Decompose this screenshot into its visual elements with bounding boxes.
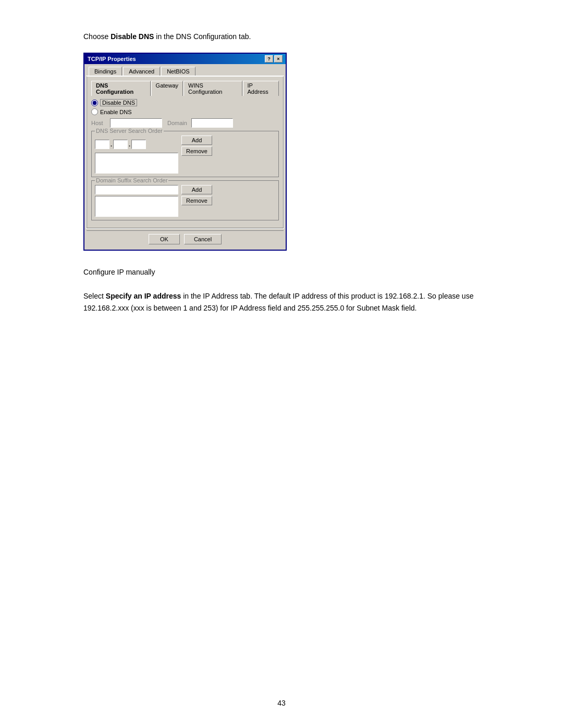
domain-suffix-buttons: Add Remove <box>181 185 212 205</box>
instruction-paragraph: Choose Disable DNS in the DNS Configurat… <box>83 31 480 42</box>
tab-netbios[interactable]: NetBIOS <box>161 67 195 76</box>
dns-remove-button[interactable]: Remove <box>181 146 212 156</box>
disable-dns-label: Disable DNS <box>100 99 137 106</box>
instruction-rest: in the DNS Configuration tab. <box>154 32 251 41</box>
specify-prefix: Select <box>83 292 106 300</box>
enable-dns-option: Enable DNS <box>91 108 279 115</box>
dns-server-buttons: Add Remove <box>181 135 212 156</box>
dialog-body: Bindings Advanced NetBIOS DNS Configurat… <box>84 64 286 250</box>
cancel-button[interactable]: Cancel <box>184 234 222 244</box>
ip-seg3[interactable] <box>131 140 146 149</box>
tab-advanced[interactable]: Advanced <box>123 67 160 76</box>
enable-dns-label: Enable DNS <box>100 109 132 115</box>
instruction-prefix: Choose <box>83 32 111 41</box>
tcpip-properties-dialog: TCP/IP Properties ? × Bindings Advanced … <box>83 53 287 251</box>
tab-gateway[interactable]: Gateway <box>151 81 183 96</box>
tab-panel: DNS Configuration Gateway WINS Configura… <box>87 76 284 228</box>
bottom-tab-row: DNS Configuration Gateway WINS Configura… <box>91 81 279 96</box>
domain-suffix-section: Domain Suffix Search Order Add Remove <box>91 180 279 220</box>
dialog-title: TCP/IP Properties <box>88 56 136 62</box>
domain-suffix-input[interactable] <box>95 185 178 194</box>
ip-seg1[interactable] <box>95 140 109 149</box>
dialog-footer: OK Cancel <box>87 230 284 248</box>
dns-server-legend: DNS Server Search Order <box>95 128 164 134</box>
domain-suffix-listbox[interactable] <box>95 196 178 217</box>
ok-button[interactable]: OK <box>149 234 180 244</box>
dns-server-row: . . Add Remove <box>95 135 275 174</box>
domain-input[interactable] <box>191 118 233 128</box>
dns-add-button[interactable]: Add <box>181 135 212 145</box>
page-number: 43 <box>277 699 286 707</box>
disable-dns-radio[interactable] <box>91 100 98 106</box>
host-label: Host <box>91 120 110 126</box>
domain-remove-button[interactable]: Remove <box>181 196 212 205</box>
tab-dns-configuration[interactable]: DNS Configuration <box>91 81 151 96</box>
domain-add-button[interactable]: Add <box>181 185 212 194</box>
configure-ip-label: Configure IP manually <box>83 268 155 276</box>
host-domain-row: Host Domain <box>91 118 279 128</box>
configure-ip-paragraph: Configure IP manually <box>83 266 480 278</box>
domain-label: Domain <box>167 120 191 126</box>
titlebar-buttons: ? × <box>265 55 283 63</box>
domain-suffix-legend: Domain Suffix Search Order <box>95 177 168 183</box>
tab-wins-configuration[interactable]: WINS Configuration <box>183 81 242 96</box>
disable-dns-option: Disable DNS <box>91 99 279 106</box>
help-button[interactable]: ? <box>265 55 273 63</box>
specify-ip-paragraph: Select Specify an IP address in the IP A… <box>83 290 480 314</box>
enable-dns-radio[interactable] <box>91 108 98 115</box>
specify-bold: Specify an IP address <box>106 292 181 300</box>
dns-server-listbox[interactable] <box>95 153 178 174</box>
dns-server-section: DNS Server Search Order . . <box>91 131 279 177</box>
domain-suffix-row: Add Remove <box>95 185 275 217</box>
instruction-bold: Disable DNS <box>111 32 154 41</box>
host-input[interactable] <box>110 118 162 128</box>
ip-seg2[interactable] <box>113 140 128 149</box>
ip-input-row: . . <box>95 140 178 149</box>
tab-bindings[interactable]: Bindings <box>89 67 122 76</box>
tab-ip-address[interactable]: IP Address <box>243 81 279 96</box>
dialog-titlebar: TCP/IP Properties ? × <box>84 54 286 64</box>
close-button[interactable]: × <box>274 55 283 63</box>
dialog-wrapper: TCP/IP Properties ? × Bindings Advanced … <box>83 53 480 251</box>
top-tab-row: Bindings Advanced NetBIOS <box>87 66 284 75</box>
